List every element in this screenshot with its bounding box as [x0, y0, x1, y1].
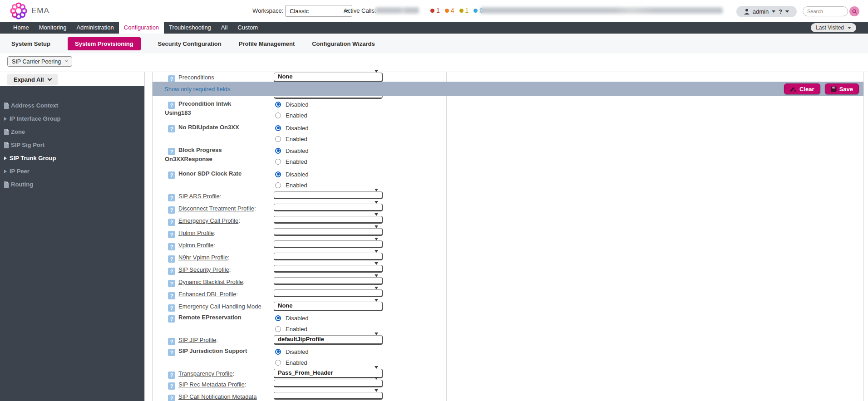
radio-input[interactable] [275, 360, 281, 366]
question-icon[interactable]: ? [168, 194, 175, 201]
radio-option-enabled[interactable]: Enabled [274, 357, 383, 368]
vplmn-profile-select[interactable] [274, 240, 383, 248]
question-icon[interactable]: ? [168, 255, 175, 263]
workspace-select[interactable]: Classic [285, 5, 352, 17]
sidebar-item-ip-interface-group[interactable]: IP Interface Group [0, 112, 144, 125]
radio-input[interactable] [275, 159, 281, 165]
n9hr-vplmn-profile-select[interactable] [274, 253, 383, 260]
radio-input[interactable] [275, 112, 281, 118]
radio-option-disabled[interactable]: Disabled [274, 169, 383, 180]
radio-input[interactable] [275, 326, 281, 332]
emergency-call-handling-mode-select[interactable]: None [274, 302, 383, 311]
sidebar-item-sip-trunk-group[interactable]: SIP Trunk Group [0, 152, 144, 165]
nav-item-troubleshooting[interactable]: Troubleshooting [164, 22, 216, 34]
question-icon[interactable]: ? [168, 125, 175, 132]
question-icon[interactable]: ? [168, 219, 175, 226]
field-label-link[interactable]: SIP Security Profile [178, 266, 229, 273]
subnav-item-system-provisioning[interactable]: System Provisioning [68, 37, 141, 50]
question-icon[interactable]: ? [168, 315, 175, 323]
radio-input[interactable] [275, 125, 281, 131]
field-label-link[interactable]: N9hr Vplmn Profile [178, 254, 228, 261]
save-button[interactable]: Save [825, 83, 859, 94]
question-icon[interactable]: ? [168, 349, 175, 356]
radio-input[interactable] [275, 315, 281, 321]
radio-option-disabled[interactable]: Disabled [274, 313, 383, 323]
field-label-link[interactable]: SIP Rec Metadata Profile [178, 381, 245, 388]
question-icon[interactable]: ? [168, 382, 175, 390]
question-icon[interactable]: ? [168, 231, 175, 238]
question-icon[interactable]: ? [168, 395, 175, 401]
field-label-link[interactable]: SIP Call Notification Metadata Profile [165, 393, 256, 401]
expand-all-button[interactable]: Expand All [7, 74, 58, 85]
radio-option-disabled[interactable]: Disabled [274, 99, 383, 110]
radio-option-enabled[interactable]: Enabled [274, 180, 383, 191]
nav-item-monitoring[interactable]: Monitoring [34, 22, 72, 34]
search-input[interactable] [803, 6, 848, 16]
question-icon[interactable]: ? [168, 280, 175, 287]
subnav-item-system-setup[interactable]: System Setup [11, 40, 50, 47]
transparency-profile-select[interactable]: Pass_From_Header [274, 369, 383, 378]
field-label-link[interactable]: Enhanced DBL Profile [178, 291, 236, 298]
nav-item-all[interactable]: All [216, 22, 232, 34]
radio-input[interactable] [275, 148, 281, 154]
radio-option-disabled[interactable]: Disabled [274, 346, 383, 357]
help-menu[interactable]: ? [779, 8, 782, 15]
enhanced-dbl-profile-select[interactable] [274, 289, 383, 297]
radio-input[interactable] [275, 102, 281, 108]
sip-ars-profile-select[interactable] [274, 191, 383, 199]
question-icon[interactable]: ? [168, 304, 175, 312]
nav-item-custom[interactable]: Custom [232, 22, 263, 34]
radio-option-enabled[interactable]: Enabled [274, 156, 383, 167]
clear-button[interactable]: Clear [784, 83, 820, 94]
question-icon[interactable]: ? [168, 372, 175, 379]
hplmn-profile-select[interactable] [274, 228, 383, 236]
nav-item-administration[interactable]: Administration [71, 22, 118, 34]
radio-input[interactable] [275, 182, 281, 188]
field-label-link[interactable]: Vplmn Profile [178, 242, 213, 249]
field-label-link[interactable]: Dynamic Blacklist Profile [178, 279, 243, 285]
dynamic-blacklist-profile-select[interactable] [274, 277, 383, 285]
question-icon[interactable]: ? [168, 171, 175, 179]
sidebar-item-zone[interactable]: Zone [0, 125, 144, 138]
sidebar-item-sip-sig-port[interactable]: SIP Sig Port [0, 138, 144, 152]
radio-option-enabled[interactable]: Enabled [274, 110, 383, 121]
preconditions-select[interactable]: None [274, 73, 383, 82]
nav-item-configuration[interactable]: Configuration [119, 22, 164, 34]
question-icon[interactable]: ? [168, 292, 175, 299]
question-icon[interactable]: ? [168, 243, 175, 250]
radio-input[interactable] [275, 349, 281, 355]
question-icon[interactable]: ? [168, 102, 175, 109]
sip-security-profile-select[interactable] [274, 265, 383, 273]
field-label-link[interactable]: Disconnect Treatment Profile [178, 205, 254, 212]
question-icon[interactable]: ? [168, 268, 175, 275]
field-label-link[interactable]: Emergency Call Profile [178, 217, 238, 224]
question-icon[interactable]: ? [168, 148, 175, 155]
subnav-item-profile-management[interactable]: Profile Management [239, 40, 295, 47]
nav-item-home[interactable]: Home [8, 22, 34, 34]
sidebar-item-ip-peer[interactable]: IP Peer [0, 165, 144, 178]
field-label-link[interactable]: SIP ARS Profile [178, 193, 220, 200]
sidebar-item-routing[interactable]: Routing [0, 178, 144, 191]
sidebar-scrollbar[interactable] [144, 72, 153, 401]
sip-jip-profile-select[interactable]: defaultJipProfile [274, 335, 383, 345]
disconnect-treatment-profile-select[interactable] [274, 204, 383, 211]
field-label-link[interactable]: SIP JIP Profile [178, 337, 216, 343]
sip-rec-metadata-profile-select[interactable] [274, 380, 383, 387]
last-visited-button[interactable]: Last Visited [811, 23, 856, 32]
sip-call-notification-metadata-profile-select[interactable] [274, 392, 383, 400]
sidebar-item-address-context[interactable]: Address Context [0, 99, 144, 112]
show-required-link[interactable]: Show only required fields [164, 86, 230, 93]
question-icon[interactable]: ? [168, 338, 175, 345]
radio-input[interactable] [275, 136, 281, 142]
user-menu[interactable]: admin ? [736, 6, 797, 17]
context-select[interactable]: SIP Carrier Peering [7, 56, 72, 67]
subnav-item-configuration-wizards[interactable]: Configuration Wizards [312, 40, 375, 47]
search-button[interactable] [849, 6, 859, 16]
field-label-link[interactable]: Hplmn Profile [178, 230, 214, 236]
radio-input[interactable] [275, 171, 281, 177]
field-label-link[interactable]: Transparency Profile [178, 370, 232, 377]
radio-option-enabled[interactable]: Enabled [274, 133, 383, 144]
emergency-call-profile-select[interactable] [274, 216, 383, 224]
radio-option-enabled[interactable]: Enabled [274, 323, 383, 334]
subnav-item-security-configuration[interactable]: Security Configuration [158, 40, 222, 47]
